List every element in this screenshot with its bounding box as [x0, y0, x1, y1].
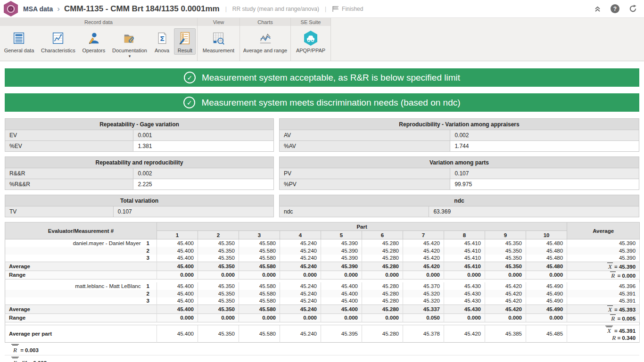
- measurement-row: 245.40045.35045.58045.24045.39045.28045.…: [5, 247, 640, 255]
- stat-row: %PV99.975: [280, 179, 639, 190]
- part-number-header: 1: [157, 231, 198, 239]
- breadcrumb-chevron-icon: ›: [57, 5, 60, 13]
- ribbon-button-general-data[interactable]: General data: [1, 28, 37, 55]
- help-button[interactable]: ?: [611, 4, 619, 14]
- stat-label: %PV: [280, 179, 450, 190]
- range-value-cell: 0.000: [239, 271, 280, 280]
- stat-table-title: Repeatability - Gage variation: [5, 119, 274, 130]
- stat-row: %AV1.744: [280, 141, 639, 152]
- measurement-value-cell: 45.420: [403, 255, 444, 262]
- ribbon-button-average-and-range[interactable]: Average and range: [240, 28, 290, 55]
- range-value-cell: 0.000: [157, 313, 198, 322]
- part-average-cell: 45.400: [157, 325, 198, 343]
- part-number-header: 5: [321, 231, 362, 239]
- person-pencil-icon: [86, 30, 102, 46]
- check-circle-icon: ✓: [184, 72, 196, 83]
- measurement-value-cell: 45.400: [157, 247, 198, 255]
- stat-value: 1.381: [133, 141, 274, 152]
- ribbon-button-apqp-ppap[interactable]: APQP/PPAP: [293, 28, 328, 55]
- ribbon-button-operators[interactable]: Operators: [79, 28, 108, 55]
- range-value-cell: 0.000: [157, 271, 198, 280]
- footer-stat-line: R = 0.003: [5, 343, 639, 355]
- part-number-header: 8: [444, 231, 485, 239]
- range-row-label: Range: [5, 313, 157, 322]
- range-value-cell: 0.000: [198, 313, 239, 322]
- stat-value: 0.002: [133, 168, 274, 179]
- stat-label: %AV: [280, 141, 450, 152]
- measurement-value-cell: 45.420: [485, 297, 526, 305]
- app-logo[interactable]: [4, 1, 18, 16]
- ribbon-button-documentation[interactable]: Documentation ▾: [109, 28, 150, 59]
- trial-number-cell: 2: [145, 290, 157, 297]
- dropdown-caret-icon[interactable]: ▾: [129, 55, 131, 58]
- measurement-value-cell: 45.420: [485, 290, 526, 297]
- stat-label: EV: [5, 130, 133, 141]
- measurement-value-cell: 45.390: [321, 239, 362, 247]
- average-row: Average45.40045.35045.58045.24045.39045.…: [5, 262, 640, 271]
- header-separator: |: [325, 6, 326, 12]
- evaluator-measurement-header: Evaluator/Measurement #: [5, 222, 157, 239]
- measurement-value-cell: 45.350: [198, 255, 239, 262]
- ribbon-group-label: SE Suite: [291, 18, 330, 26]
- result-content: ✓ Measurement system acceptable, as R&R …: [0, 61, 644, 362]
- footer-stats: R = 0.003X dif = 0.003UCL = 0.004: [5, 343, 639, 362]
- trial-number-cell: 1: [145, 282, 157, 290]
- stat-label: R&&R: [5, 168, 133, 179]
- measurement-value-cell: 45.280: [362, 255, 403, 262]
- breadcrumb-msa-data[interactable]: MSA data: [23, 5, 53, 13]
- part-number-header: 3: [239, 231, 280, 239]
- measurement-value-cell: 45.350: [198, 247, 239, 255]
- measurement-value-cell: 45.490: [526, 297, 567, 305]
- stat-row: %R&&R2.225: [5, 179, 274, 190]
- ribbon-group-label: Record data: [0, 18, 197, 26]
- average-row-label: Average: [5, 305, 157, 314]
- measurement-value-cell: 45.350: [198, 239, 239, 247]
- measurement-value-cell: 45.580: [239, 290, 280, 297]
- measurement-value-cell: 45.390: [321, 255, 362, 262]
- top-header-bar: MSA data › CMM-1135 - CMM Brt 184/1135 0…: [0, 0, 644, 18]
- checklist-pencil-icon: [177, 30, 193, 46]
- average-per-part-row: Average per part45.40045.35045.58045.240…: [5, 325, 640, 343]
- stat-row: %EV1.381: [5, 141, 274, 152]
- trial-number-cell: 1: [145, 239, 157, 247]
- svg-text:Σ: Σ: [160, 34, 165, 43]
- average-value-cell: 45.420: [485, 305, 526, 314]
- stat-label: %R&&R: [5, 179, 133, 190]
- average-value-cell: 45.430: [444, 305, 485, 314]
- ndc-table: ndcndc63.369: [279, 195, 639, 217]
- measurement-value-cell: 45.350: [485, 239, 526, 247]
- average-row-label: Average: [5, 262, 157, 271]
- evaluator-name-cell: matt.leblanc - Matt LeBlanc: [5, 282, 145, 290]
- measurement-row: 345.40045.35045.58045.24045.40045.28045.…: [5, 297, 640, 305]
- range-value-cell: 0.000: [362, 271, 403, 280]
- evaluator-name-cell: daniel.mayer - Daniel Mayer: [5, 239, 145, 247]
- measurement-value-cell: 45.400: [321, 282, 362, 290]
- stat-label: AV: [280, 130, 450, 141]
- collapse-button[interactable]: [594, 4, 602, 14]
- ribbon-group-charts: Charts Average and range: [240, 18, 291, 61]
- stat-value: 0.107: [450, 168, 639, 179]
- footer-stat-line: X dif = 0.003: [5, 355, 639, 362]
- measurement-value-cell: 45.490: [526, 282, 567, 290]
- refresh-button[interactable]: [628, 4, 637, 14]
- measurement-value-cell: 45.350: [198, 290, 239, 297]
- measurement-value-cell: 45.430: [444, 290, 485, 297]
- ribbon-button-measurement[interactable]: Measurement: [200, 28, 237, 55]
- part-average-cell: 45.385: [485, 325, 526, 343]
- ribbon-button-anova[interactable]: Σ Anova: [151, 28, 173, 55]
- trial-average-cell: 45.396: [567, 282, 640, 290]
- average-value-cell: 45.410: [444, 262, 485, 271]
- average-value-cell: 45.240: [280, 262, 321, 271]
- summary-cell: X = 45.393: [567, 305, 640, 314]
- measurement-value-cell: 45.420: [403, 247, 444, 255]
- range-value-cell: 0.000: [198, 271, 239, 280]
- range-value-cell: 0.000: [280, 313, 321, 322]
- study-type-label: RR study (mean and range/anova): [232, 6, 319, 12]
- ribbon-button-result[interactable]: Result: [174, 28, 196, 55]
- stat-row: ndc63.369: [280, 206, 639, 217]
- average-value-cell: 45.400: [321, 305, 362, 314]
- part-average-cell: 45.350: [198, 325, 239, 343]
- stat-row: TV0.107: [5, 206, 274, 217]
- average-value-cell: 45.400: [157, 305, 198, 314]
- ribbon-button-characteristics[interactable]: Characteristics: [38, 28, 78, 55]
